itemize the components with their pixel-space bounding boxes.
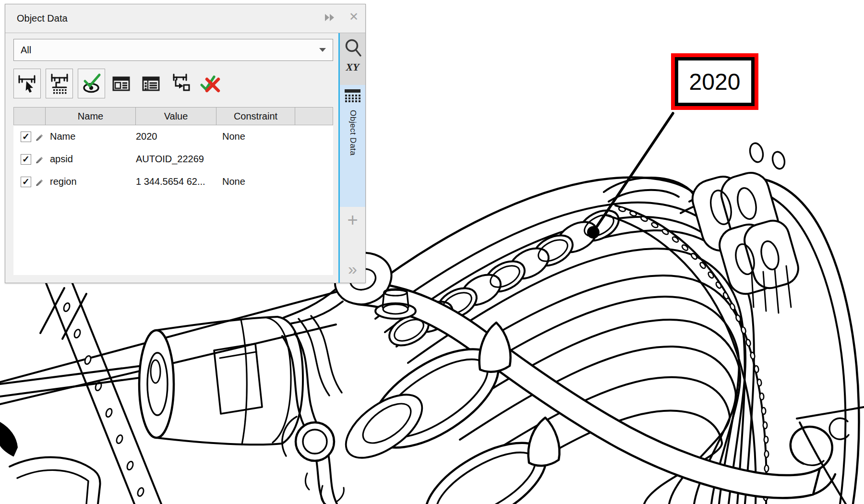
table-row[interactable]: ✓ apsid AUTOID_22269 — [13, 148, 333, 170]
collapse-chevrons-icon[interactable] — [324, 13, 336, 24]
dimension-cursor-icon — [17, 73, 38, 94]
row-checkbox[interactable]: ✓ — [21, 154, 31, 165]
search-icon[interactable] — [344, 38, 362, 60]
panel-content: All — [5, 33, 338, 283]
assign-data-button[interactable] — [169, 69, 192, 98]
edit-pencil-icon[interactable] — [35, 155, 43, 164]
filter-dropdown-value: All — [21, 45, 31, 56]
column-header-name: Name — [45, 107, 135, 125]
table-header-row: Name Value Constraint — [13, 107, 333, 125]
attr-name: apsid — [45, 154, 135, 165]
table-row[interactable]: ✓ Name 2020 None — [13, 125, 333, 148]
panel-title: Object Data — [17, 13, 68, 24]
attr-value[interactable]: 1 344.5654 62... — [135, 176, 216, 187]
attr-name: Name — [45, 131, 135, 142]
callout-label-2020[interactable]: 2020 — [671, 53, 758, 110]
panel-header: Object Data ✕ — [5, 4, 365, 33]
table-view-button[interactable] — [140, 69, 162, 98]
column-header-blank — [13, 107, 45, 125]
row-controls: ✓ — [13, 132, 45, 142]
select-data-rows-button[interactable] — [46, 69, 73, 98]
attr-constraint[interactable]: None — [216, 176, 295, 187]
column-header-constraint: Constraint — [216, 107, 295, 125]
close-icon[interactable]: ✕ — [349, 11, 359, 23]
eye-check-icon — [81, 73, 103, 94]
attr-name: region — [45, 176, 135, 187]
edit-pencil-icon[interactable] — [35, 178, 43, 186]
filter-dropdown[interactable]: All — [13, 39, 333, 61]
dimension-to-object-icon — [170, 73, 191, 94]
data-grid-icon — [344, 88, 362, 106]
row-controls: ✓ — [13, 154, 45, 165]
tab-xy[interactable]: XY — [346, 61, 359, 73]
dimension-grid-icon — [49, 73, 70, 94]
tab-object-data[interactable]: Object Data — [340, 85, 365, 207]
form-view-icon — [110, 73, 132, 94]
eyelet-ring — [282, 417, 334, 461]
table-view-icon — [140, 73, 161, 94]
app-canvas: 2020 Object Data ✕ All — [0, 0, 864, 504]
leader-anchor-dot — [587, 226, 600, 239]
bottom-left-plate — [0, 422, 100, 504]
form-view-button[interactable] — [110, 69, 132, 98]
column-header-extra — [295, 107, 333, 125]
side-rail: XY Object Data — [338, 33, 365, 283]
row-checkbox[interactable]: ✓ — [21, 177, 31, 187]
attr-constraint[interactable]: None — [216, 131, 295, 142]
small-hoses — [282, 316, 342, 504]
actuator-rod — [0, 366, 143, 396]
object-data-panel: Object Data ✕ All — [5, 4, 366, 283]
check-x-icon — [199, 73, 221, 94]
column-header-value: Value — [135, 107, 216, 125]
rail-lower: + » — [340, 207, 365, 283]
toolbar — [13, 69, 333, 98]
attr-value[interactable]: 2020 — [135, 131, 216, 142]
bracket-teardrops — [306, 323, 560, 504]
tab-object-data-label: Object Data — [348, 110, 358, 156]
row-checkbox[interactable]: ✓ — [21, 132, 31, 142]
table-row[interactable]: ✓ region 1 344.5654 62... None — [13, 170, 333, 193]
rail-top-tabs: XY — [340, 33, 365, 85]
add-tab-icon[interactable]: + — [347, 211, 358, 229]
chevron-down-icon — [319, 48, 326, 52]
panel-main: All — [5, 33, 365, 283]
edit-pencil-icon[interactable] — [35, 132, 43, 141]
row-controls: ✓ — [13, 177, 45, 187]
select-linked-objects-button[interactable] — [13, 69, 41, 98]
object-data-table: Name Value Constraint ✓ — [13, 107, 333, 275]
remove-data-button[interactable] — [199, 69, 221, 98]
toggle-visibility-button[interactable] — [78, 69, 105, 98]
overflow-chevrons-icon[interactable]: » — [348, 261, 357, 277]
canister — [139, 317, 303, 444]
attr-value[interactable]: AUTOID_22269 — [135, 154, 216, 165]
callout-text: 2020 — [675, 57, 755, 106]
callout-leader — [587, 113, 673, 239]
table-body: ✓ Name 2020 None ✓ — [13, 125, 333, 275]
